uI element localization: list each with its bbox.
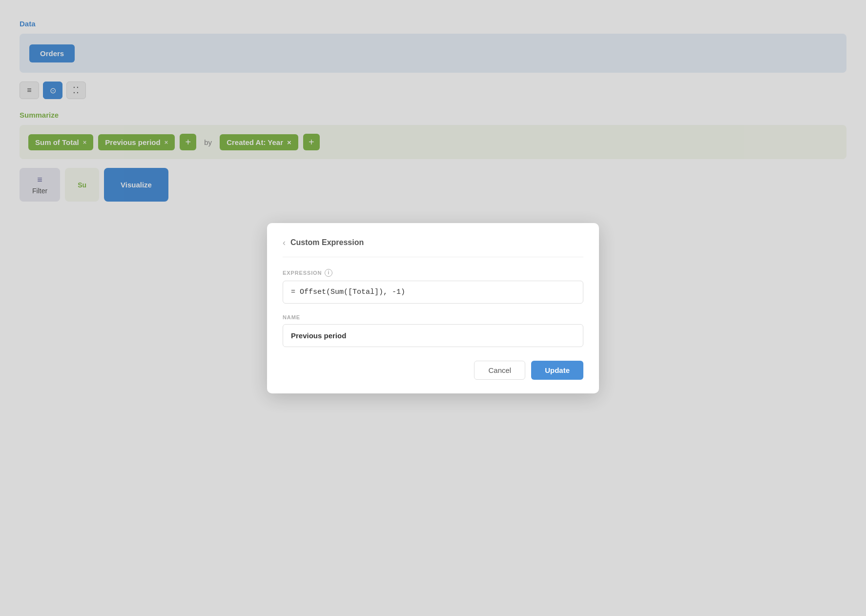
modal-overlay: ‹ Custom Expression EXPRESSION i NAME Ca… — [0, 0, 866, 221]
